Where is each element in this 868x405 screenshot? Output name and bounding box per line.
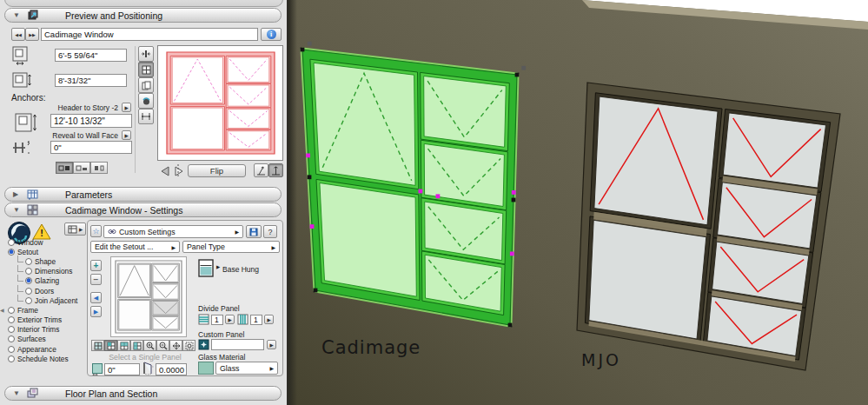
select-column-button[interactable] [130, 340, 143, 351]
library-part-field[interactable]: Cadimage Window [41, 28, 258, 41]
glass-material-swatch[interactable] [198, 362, 214, 375]
radio-icon [8, 239, 15, 246]
collapse-triangle-icon[interactable]: ▼ [13, 11, 21, 19]
3d-viewport[interactable]: Cadimage MJO [288, 0, 868, 405]
next-item-button[interactable]: ▶▶ [25, 28, 39, 41]
setout-diagram[interactable] [110, 256, 187, 337]
custom-panel-menu-button[interactable]: ▶ [267, 340, 276, 349]
edit-setout-dropdown[interactable]: Edit the Setout ... ▶ [90, 241, 180, 253]
panel-collapse-arrow[interactable]: ◀ [0, 307, 4, 313]
tree-item-frame[interactable]: Frame [8, 305, 88, 315]
help-button[interactable]: ? [263, 225, 277, 238]
radio-icon [25, 258, 32, 265]
divide-rows-menu-button[interactable]: ▶ [225, 315, 235, 324]
floor-plan-icon [27, 388, 38, 399]
header-height-field[interactable]: 12'-10 13/32" [50, 114, 132, 128]
svg-text:°: ° [152, 365, 154, 369]
cadimage-window-3d[interactable] [301, 42, 526, 328]
tree-item-exterior-trims[interactable]: Exterior Trims [8, 315, 88, 325]
anchor-sill-button[interactable] [73, 162, 90, 174]
tree-item-shape[interactable]: Shape [17, 256, 88, 266]
prev-item-button[interactable]: ◀◀ [11, 28, 25, 41]
tree-item-appearance[interactable]: Appearance [8, 344, 88, 354]
radio-icon [25, 277, 32, 284]
tree-item-glazing[interactable]: Glazing [17, 276, 88, 286]
pan-button[interactable] [169, 340, 182, 351]
offset-field[interactable]: 0" [104, 363, 140, 375]
tree-item-interior-trims[interactable]: Interior Trims [8, 325, 88, 335]
tree-item-label: Frame [17, 306, 38, 315]
copy-settings-button[interactable] [138, 77, 154, 93]
dimension-view-button[interactable] [138, 109, 154, 124]
tilt-vertical-button[interactable] [268, 163, 283, 177]
tree-item-doors[interactable]: Doors [17, 286, 88, 295]
zoom-out-button[interactable] [156, 340, 169, 351]
panel-header-preview-positioning[interactable]: ▼ Preview and Positioning [4, 8, 282, 23]
parameters-icon [27, 189, 38, 200]
header-anchor-menu-button[interactable]: ▶ [122, 103, 131, 112]
tree-item-dimensions[interactable]: Dimensions [17, 267, 88, 276]
chevron-right-icon: ▶ [235, 229, 239, 235]
divide-cols-field[interactable]: 1 [250, 315, 262, 325]
fit-opening-button[interactable] [138, 46, 154, 62]
tree-item-label: Doors [35, 287, 54, 295]
select-single-panel-button[interactable] [104, 340, 117, 351]
preset-dropdown[interactable]: Custom Settings ▶ [103, 225, 243, 238]
divide-rows-icon [198, 314, 209, 325]
collapse-triangle-icon[interactable]: ▼ [13, 206, 21, 214]
panel-header-settings[interactable]: ▼ Cadimage Window - Settings [4, 202, 282, 217]
preview-mode-grid-button[interactable] [138, 62, 154, 77]
radio-icon [8, 355, 15, 362]
panel-header-parameters[interactable]: ▶ Parameters [4, 187, 282, 202]
opening-angle-field[interactable]: 0.0000 [156, 363, 187, 375]
tree-item-label: Appearance [17, 345, 56, 354]
save-preset-button[interactable] [246, 225, 262, 238]
reveal-menu-button[interactable]: ▶ [122, 130, 131, 140]
selection-toolbar [91, 340, 195, 351]
radio-icon [25, 288, 32, 295]
collapsed-panel-strip [4, 0, 283, 7]
anchor-center-button[interactable] [90, 162, 108, 174]
chevron-right-icon[interactable]: ▶ [216, 264, 220, 269]
tree-item-schedule-notes[interactable]: Schedule Notes [8, 354, 88, 363]
material-view-button[interactable] [138, 93, 154, 109]
tree-item-label: Interior Trims [17, 325, 59, 334]
flip-button[interactable]: Flip [188, 164, 246, 177]
divide-cols-menu-button[interactable]: ▶ [264, 315, 274, 324]
tree-item-window[interactable]: Window [8, 237, 88, 247]
anchor-head-button[interactable] [56, 162, 73, 174]
tree-item-surfaces[interactable]: Surfaces [8, 335, 88, 344]
reveal-field[interactable]: 0" [50, 141, 132, 154]
remove-panel-button[interactable]: − [90, 274, 102, 285]
tree-item-join-adjacent[interactable]: Join Adjacent [17, 295, 88, 305]
tilt-free-button[interactable] [254, 163, 268, 177]
collapse-triangle-icon[interactable]: ▼ [13, 389, 21, 397]
reveal-label: Reveal to Wall Face [33, 131, 118, 140]
info-button[interactable]: i [261, 28, 282, 41]
width-field[interactable]: 6'-5 59/64" [55, 49, 127, 62]
select-row-button[interactable] [117, 340, 130, 351]
panel-header-floor-plan[interactable]: ▼ Floor Plan and Section [4, 386, 282, 401]
add-panel-button[interactable]: + [90, 260, 102, 271]
mjo-window-3d[interactable] [577, 83, 840, 370]
custom-panel-field[interactable] [211, 339, 264, 350]
prev-panel-button[interactable]: ◀ [90, 292, 102, 303]
height-field[interactable]: 8'-31/32" [55, 74, 127, 87]
select-all-panels-button[interactable] [91, 340, 104, 351]
divide-panel-label: Divide Panel [198, 304, 240, 313]
zoom-extent-button[interactable] [182, 340, 195, 351]
expand-triangle-icon[interactable]: ▶ [13, 190, 21, 198]
next-panel-button[interactable]: ▶ [90, 306, 102, 317]
elevation-preview[interactable] [157, 45, 283, 161]
chevron-right-icon: ▶ [271, 244, 275, 250]
window-mode-button[interactable]: ▶ [64, 222, 86, 236]
application-window: ▼ Preview and Positioning ◀◀ ▶▶ Cadimage… [0, 0, 868, 405]
save-icon [249, 228, 258, 236]
base-hung-icon[interactable] [198, 259, 215, 278]
divide-rows-field[interactable]: 1 [211, 315, 223, 325]
favorite-button[interactable]: ☆ [90, 225, 102, 237]
panel-type-dropdown[interactable]: Panel Type ▶ [182, 241, 280, 253]
zoom-in-button[interactable] [143, 340, 156, 351]
glass-material-dropdown[interactable]: Glass ▶ [215, 362, 278, 375]
preset-value: Custom Settings [119, 228, 176, 236]
